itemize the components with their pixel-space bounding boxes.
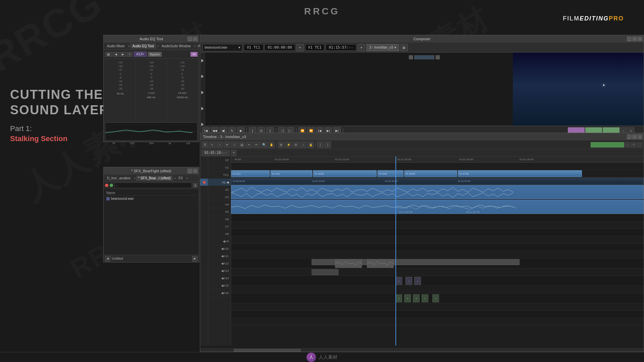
track-label-a6[interactable]: A6 bbox=[208, 216, 231, 223]
track-label-a7[interactable]: A7 bbox=[208, 223, 231, 230]
timeline-scroll-thumb[interactable] bbox=[234, 349, 301, 352]
track-label-a3[interactable]: A3 bbox=[208, 193, 231, 201]
tl-extra-btn2[interactable] bbox=[637, 142, 642, 147]
sfx-search-bar[interactable]: ⌕ bbox=[114, 183, 192, 188]
tl-btn-zoom[interactable]: 🔍 bbox=[261, 141, 267, 148]
sfx-file-row[interactable]: bearsound.wav bbox=[105, 196, 198, 201]
composer-tc1-dropdown[interactable]: ▾ bbox=[297, 44, 304, 51]
clip-a11-2[interactable]: ♪ bbox=[406, 277, 412, 285]
tl-btn-smart[interactable]: ✦ bbox=[224, 141, 230, 148]
tl-btn-in[interactable]: [ bbox=[317, 141, 324, 148]
tab-d-narrative-close[interactable]: × bbox=[134, 177, 136, 180]
tl-extra-btn[interactable]: ≡ bbox=[631, 142, 636, 147]
eq-next-btn[interactable]: ▶ bbox=[120, 52, 126, 57]
clip-v1-1[interactable]: V1 3:11 bbox=[231, 170, 270, 177]
timeline-maximize[interactable]: □ bbox=[632, 134, 637, 139]
tl-btn-mode[interactable]: ☰ bbox=[202, 141, 208, 148]
track-label-a13[interactable]: ◀A13 bbox=[208, 267, 231, 275]
clip-v1-5[interactable]: V1 10:09 bbox=[404, 170, 457, 177]
timeline-close[interactable]: × bbox=[638, 134, 642, 139]
tab-d-narrative[interactable]: D_Invi...arrative bbox=[105, 176, 132, 181]
audio-eq-minimize[interactable]: _ bbox=[187, 37, 192, 41]
composer-grid-btn[interactable]: ▦ bbox=[400, 44, 408, 51]
tl-btn-hand[interactable]: ✋ bbox=[268, 141, 275, 148]
sfx-bottom-icon-right[interactable]: ▶ bbox=[192, 256, 198, 261]
track-label-a14[interactable]: ◀A14 bbox=[208, 275, 231, 282]
tl-timecode-display[interactable]: 01:01:18:-- bbox=[202, 150, 230, 156]
clip-v1-3[interactable]: V1 10:03 bbox=[313, 170, 377, 177]
track-label-a10[interactable]: ◀A10 bbox=[208, 245, 231, 252]
track-label-v2[interactable]: V2 bbox=[208, 157, 231, 164]
clip-a13-5[interactable]: ♪ bbox=[432, 294, 439, 302]
tl-timecode-dropdown[interactable]: ▾ bbox=[231, 150, 236, 156]
clip-a13-3[interactable]: ♪ bbox=[413, 294, 420, 302]
tl-btn-lock[interactable]: 🔒 bbox=[307, 141, 314, 148]
sfx-settings-icon[interactable]: ⚙ bbox=[193, 183, 198, 188]
eq-in-btn[interactable]: IN bbox=[191, 52, 198, 57]
tab-audiosuite-close[interactable]: × bbox=[194, 45, 196, 48]
eq-bypass-btn[interactable]: Bypass bbox=[148, 52, 162, 57]
tab-audio-mixer-close[interactable]: × bbox=[128, 45, 130, 48]
a1-waveform-clip[interactable] bbox=[231, 185, 644, 199]
track-label-a2[interactable]: A2 bbox=[208, 186, 231, 193]
tab-fx-close[interactable]: × bbox=[186, 177, 188, 180]
composer-minimize[interactable]: _ bbox=[627, 37, 632, 41]
tl-green-fader[interactable] bbox=[591, 142, 624, 147]
tl-btn-trim[interactable]: ↔ bbox=[216, 141, 223, 148]
composer-tc2-dropdown[interactable]: ▾ bbox=[358, 44, 365, 51]
composer-close[interactable]: × bbox=[638, 37, 642, 41]
clip-v1-4[interactable]: V1 3:09 bbox=[377, 170, 404, 177]
tl-btn-snap[interactable]: ⊞ bbox=[278, 141, 284, 148]
tl-btn-razor[interactable]: ✂ bbox=[246, 141, 253, 148]
clip-a13-2[interactable]: ♪ bbox=[404, 294, 411, 302]
tl-btn-extract[interactable]: ▤ bbox=[238, 141, 245, 148]
tl-btn-lift[interactable]: □ bbox=[231, 141, 238, 148]
track-label-tc1[interactable]: TC1 bbox=[208, 171, 231, 179]
tl-btn-out[interactable]: ] bbox=[324, 141, 331, 148]
clip-a11-3[interactable]: ♪ bbox=[414, 277, 421, 285]
tl-btn-sync[interactable]: ⚙ bbox=[292, 141, 299, 148]
clip-a9-2[interactable] bbox=[335, 259, 362, 268]
timeline-minimize[interactable]: _ bbox=[627, 134, 632, 139]
clip-a10-1[interactable] bbox=[312, 269, 338, 275]
tab-fx[interactable]: FX bbox=[176, 176, 185, 181]
composer-source-dropdown[interactable]: bearsound.wav ▾ bbox=[202, 44, 243, 51]
tl-btn-audio-edit[interactable]: ♪ bbox=[300, 141, 307, 148]
tab-sfx-bear[interactable]: * SFX_Bear...t (sifted) bbox=[136, 176, 173, 181]
timeline-scrollbar[interactable] bbox=[200, 348, 644, 352]
out-marker[interactable] bbox=[436, 55, 440, 59]
clip-a11-1[interactable]: ♪ bbox=[395, 277, 402, 285]
track-label-a15[interactable]: ◀A15 bbox=[208, 282, 231, 289]
tl-btn-select[interactable]: ↖ bbox=[209, 141, 216, 148]
eq-settings-btn[interactable]: ≡ bbox=[127, 52, 132, 57]
tl-dot-menu[interactable]: • bbox=[625, 142, 630, 147]
a2-waveform-clip[interactable]: D2:1 A2:06 D2:1 A2:06 bbox=[231, 200, 644, 214]
track-label-v1[interactable]: V1 bbox=[208, 164, 231, 171]
clip-v1-2[interactable]: V1 4:21 bbox=[270, 170, 312, 177]
composer-maximize[interactable]: □ bbox=[632, 37, 637, 41]
tab-audio-eq-close[interactable]: × bbox=[157, 45, 159, 48]
in-marker[interactable] bbox=[409, 55, 413, 59]
track-label-a9[interactable]: ◀A9 bbox=[208, 238, 231, 245]
composer-track-dropdown[interactable]: 3 - InvisNarr_v3 ▾ bbox=[366, 44, 399, 51]
audio-eq-close[interactable]: × bbox=[193, 37, 198, 41]
track-label-a8[interactable]: A8 bbox=[208, 230, 231, 238]
tab-audio-eq[interactable]: Audio EQ Tool bbox=[130, 44, 156, 49]
clip-a13-4[interactable]: ♪ bbox=[422, 294, 428, 302]
scrub-bar[interactable] bbox=[414, 55, 434, 59]
tab-sfx-bear-close[interactable]: × bbox=[174, 177, 176, 180]
track-label-a11[interactable]: ◀A11 bbox=[208, 252, 231, 260]
tab-audio-mixer[interactable]: Audio Mixer bbox=[105, 44, 127, 49]
clip-v1-6[interactable]: V1 47:02 bbox=[458, 170, 582, 177]
clip-a13-1[interactable]: ♪ bbox=[395, 294, 402, 302]
eq-grid-btn[interactable]: ▦ bbox=[105, 52, 112, 57]
sfx-bottom-icon[interactable]: ◀ bbox=[105, 256, 110, 261]
clip-a9-3[interactable] bbox=[367, 259, 394, 268]
sfx-close[interactable]: × bbox=[193, 169, 198, 173]
track-label-a1[interactable]: A1 ◀ bbox=[208, 179, 231, 186]
tl-btn-pen[interactable]: ✏ bbox=[253, 141, 260, 148]
tl-btn-link[interactable]: ⚡ bbox=[285, 141, 292, 148]
track-label-a4[interactable]: A4 bbox=[208, 201, 231, 208]
eq-prev-btn[interactable]: ◀ bbox=[113, 52, 119, 57]
track-label-a16[interactable]: ◀A16 bbox=[208, 289, 231, 297]
